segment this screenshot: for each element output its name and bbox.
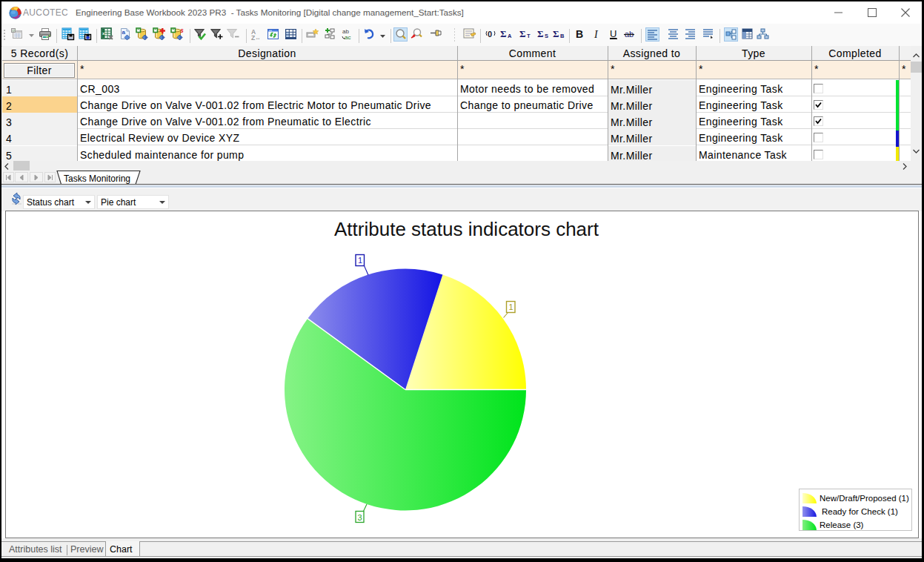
svg-text:Σ: Σ (519, 28, 526, 39)
svg-text:ac: ac (345, 34, 350, 41)
svg-text:A: A (508, 33, 512, 39)
svg-text:Z: Z (251, 34, 255, 42)
svg-text:1: 1 (508, 303, 513, 311)
svg-text:S: S (545, 33, 548, 39)
svg-text:Σ: Σ (537, 28, 544, 39)
svg-text:3: 3 (357, 513, 362, 522)
svg-text:1: 1 (358, 256, 362, 265)
svg-text:I: I (594, 29, 599, 40)
svg-text:0: 0 (488, 30, 492, 39)
svg-text:..: .. (256, 33, 260, 41)
svg-text:a: a (122, 29, 126, 36)
svg-text:Σ: Σ (500, 28, 507, 39)
svg-text:T: T (527, 33, 531, 39)
svg-text:Σ: Σ (553, 28, 559, 39)
svg-text:U: U (610, 28, 616, 39)
svg-text:B: B (560, 33, 565, 39)
svg-text:B: B (576, 28, 583, 40)
svg-text:s: s (180, 27, 184, 34)
